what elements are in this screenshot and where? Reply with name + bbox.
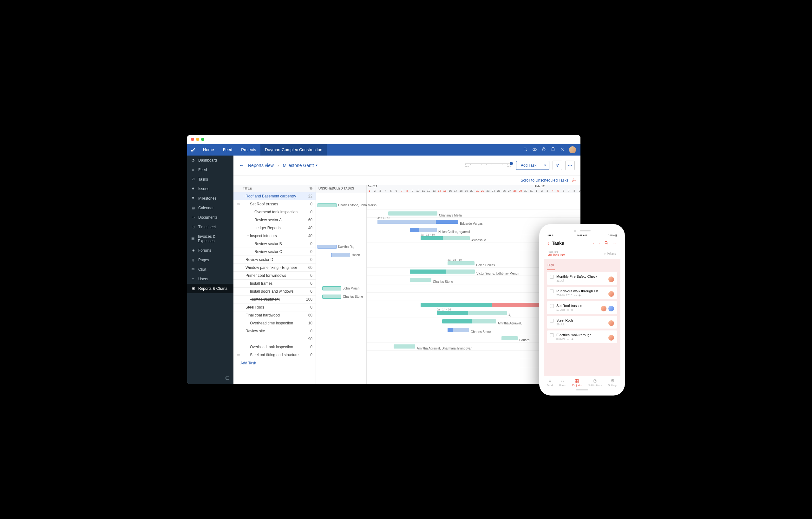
timer-icon[interactable] [542, 147, 546, 153]
task-row[interactable]: Review sector B0 [233, 240, 316, 248]
gantt-bar[interactable]: Eduardo Var [420, 303, 550, 307]
unscheduled-bar[interactable] [331, 253, 350, 257]
sidebar-item-issues[interactable]: ✱Issues [187, 184, 233, 194]
phone-nav-settings[interactable]: ⚙Settings [608, 378, 617, 387]
phone-all-tasklists[interactable]: All Task lists [548, 253, 565, 257]
sidebar-item-milestones[interactable]: ⚑Milestones [187, 194, 233, 203]
phone-task-card[interactable]: Punch-out walk through list23 Mar 2018 ▭… [547, 286, 617, 299]
task-row[interactable]: Review sector D0 [233, 256, 316, 264]
sidebar-item-invoices-expenses[interactable]: ▤Invoices & Expenses [187, 232, 233, 246]
add-task-button[interactable]: Add Task [516, 161, 541, 170]
sidebar-collapse-icon[interactable] [187, 372, 233, 384]
task-row[interactable]: Review sector A60 [233, 216, 316, 224]
task-row[interactable]: Overhead tank inspection0 [233, 208, 316, 216]
sidebar-item-feed[interactable]: ≡Feed [187, 165, 233, 174]
task-row[interactable]: Install doors and windows0 [233, 288, 316, 296]
gantt-bar[interactable]: Victor Young, Udhbhav Menon [410, 270, 475, 274]
unscheduled-bar[interactable] [318, 203, 337, 207]
minimize-window-icon[interactable] [196, 138, 199, 141]
phone-task-card[interactable]: Steel Rods28 Jul [547, 316, 617, 329]
gear-icon[interactable] [572, 178, 576, 183]
games-icon[interactable] [532, 147, 537, 153]
add-task-link[interactable]: Add Task [233, 359, 316, 367]
gantt-bar[interactable]: Amritha Agrawal, [442, 319, 496, 324]
search-icon[interactable] [523, 147, 528, 153]
task-row[interactable]: Review sector C0 [233, 248, 316, 256]
phone-task-card[interactable]: Electrical walk-through03 Mar ▭ ◈ [547, 330, 617, 343]
scroll-unscheduled-link[interactable]: Scroll to Unscheduled Tasks [521, 178, 569, 183]
phone-nav-projects[interactable]: ▦Projects [572, 378, 581, 387]
task-checkbox[interactable] [550, 290, 554, 293]
task-row[interactable]: Overhead tank inspection0 [233, 343, 316, 351]
add-task-dropdown[interactable]: ▼ [541, 161, 549, 170]
sidebar-item-timesheet[interactable]: ◷Timesheet [187, 222, 233, 232]
task-row[interactable]: Review site0 [233, 327, 316, 335]
phone-nav-feed[interactable]: ≡Feed [547, 378, 553, 387]
tools-icon[interactable] [560, 147, 564, 153]
app-logo-icon[interactable] [187, 147, 199, 153]
task-row[interactable]: −Inspect interiors40 [233, 232, 316, 240]
phone-task-card[interactable]: Set Roof trusses17 Jan ▭ ◈ [547, 301, 617, 314]
phone-more-icon[interactable]: ○○○ [593, 242, 600, 245]
task-row[interactable]: −Roof and Basement carpentry22 [233, 192, 316, 200]
unscheduled-bar[interactable] [322, 286, 341, 291]
task-row[interactable]: Window pane fixing - Engineer60 [233, 264, 316, 272]
maximize-window-icon[interactable] [201, 138, 204, 141]
sidebar-item-calendar[interactable]: ▦Calendar [187, 203, 233, 213]
back-arrow-icon[interactable]: ← [239, 163, 244, 168]
unscheduled-bar[interactable] [318, 245, 337, 249]
phone-search-icon[interactable] [604, 241, 609, 246]
sidebar-item-users[interactable]: ☺Users [187, 274, 233, 284]
task-checkbox[interactable] [550, 319, 554, 323]
task-row[interactable]: Primer coat for windows0 [233, 272, 316, 280]
sidebar-item-forums[interactable]: ◈Forums [187, 246, 233, 255]
gantt-bar[interactable]: Helen Collins, agarwal [410, 228, 437, 232]
task-checkbox[interactable] [550, 275, 554, 279]
gantt-bar[interactable]: Eduard [501, 336, 518, 340]
gantt-bar[interactable]: Amritha Agrawal, Dharmaraj Elangovan [394, 345, 415, 349]
nav-home[interactable]: Home [199, 144, 219, 156]
gantt-bar[interactable]: Chaitanya Mella [388, 211, 437, 216]
task-row[interactable]: Overhead time inspection10 [233, 319, 316, 327]
unscheduled-bar[interactable] [322, 295, 341, 299]
gantt-bar[interactable]: Eduardo VargasJan 4 - 16 [377, 220, 458, 224]
zoom-slider[interactable]: FITMAX [465, 163, 513, 168]
bell-icon[interactable] [551, 147, 555, 153]
nav-projects[interactable]: Projects [237, 144, 260, 156]
task-row[interactable]: Termite treatment100 [233, 296, 316, 303]
task-row[interactable]: 90 [233, 335, 316, 343]
sidebar-item-dashboard[interactable]: ◔Dashboard [187, 156, 233, 165]
user-avatar[interactable] [569, 146, 576, 153]
task-checkbox[interactable] [550, 333, 554, 337]
sidebar-item-chat[interactable]: ✉Chat [187, 265, 233, 274]
task-row[interactable]: Ledger Reports40 [233, 224, 316, 232]
phone-filters-button[interactable]: Filters [603, 250, 616, 257]
gantt-bar[interactable]: Charles Stone [410, 278, 431, 282]
task-row[interactable]: Install frames0 [233, 280, 316, 288]
phone-task-card[interactable]: Monthly Fire Safety Check31 Jul [547, 272, 617, 285]
filter-icon[interactable] [553, 161, 562, 170]
task-row[interactable]: ▭−Set Roof trusses0 [233, 200, 316, 208]
gantt-bar[interactable]: AjJan 14 - 26 [437, 311, 507, 315]
close-window-icon[interactable] [191, 138, 194, 141]
gantt-bar[interactable]: Avinash MJan 11 - 19 [420, 236, 470, 240]
gantt-bar[interactable]: Charles Stone [447, 328, 469, 332]
nav-active-project[interactable]: Daymart Complex Construction [260, 144, 327, 156]
task-row[interactable]: −Final coat hardwood60 [233, 311, 316, 319]
nav-feed[interactable]: Feed [219, 144, 237, 156]
phone-nav-home[interactable]: ⌂Home [559, 378, 566, 387]
sidebar-item-tasks[interactable]: ☑Tasks [187, 174, 233, 184]
task-row[interactable]: Steel Rods0 [233, 303, 316, 311]
sidebar-item-documents[interactable]: ▭Documents [187, 213, 233, 222]
breadcrumb-reports[interactable]: Reports view [248, 163, 274, 168]
phone-nav-notifications[interactable]: ◔Notifications [588, 378, 602, 387]
sidebar-item-reports-charts[interactable]: ▣Reports & Charts [187, 284, 233, 293]
task-checkbox[interactable] [550, 304, 554, 308]
sidebar-item-pages[interactable]: ▯Pages [187, 255, 233, 265]
phone-add-icon[interactable]: + [613, 240, 617, 247]
phone-back-icon[interactable]: ‹ [548, 240, 549, 247]
more-icon[interactable]: ⋯ [565, 161, 575, 170]
gantt-bar[interactable]: Helen CollinsJan 16 - 19 [447, 261, 474, 265]
task-row[interactable]: ▭Steel rod fitting and structure0 [233, 351, 316, 359]
gantt-dropdown[interactable]: Milestone Gantt ▼ [283, 163, 318, 168]
